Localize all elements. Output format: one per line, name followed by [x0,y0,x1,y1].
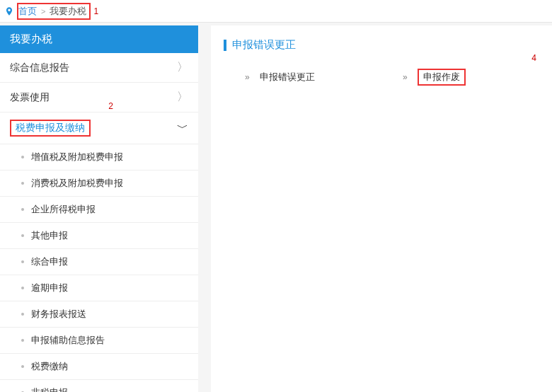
breadcrumb: 首页 > 我要办税 1 [0,0,552,23]
sub-item[interactable]: 税费缴纳 [0,354,198,380]
main-wrap: 我要办税 综合信息报告 〉 发票使用 〉 2 税费申报及缴纳 ﹀ 增值税及附加税… [0,23,552,392]
sub-item[interactable]: 非税申报 [0,380,198,392]
sidebar-item-fapiao[interactable]: 发票使用 〉 [0,83,198,113]
bullet-icon [21,313,24,316]
content-link-1[interactable]: » 申报错误更正 [224,69,381,86]
bullet-icon [21,182,24,185]
bullet-icon [21,365,24,368]
sub-item-label: 企业所得税申报 [31,203,96,216]
sub-item[interactable]: 综合申报 [0,249,198,275]
title-bar-icon [224,40,226,51]
sidebar-item-zonghe[interactable]: 综合信息报告 〉 [0,53,198,83]
chevron-right-icon: 〉 [177,60,188,75]
content-link-2[interactable]: 4 » 申报作废 [381,69,539,86]
sub-item-label: 逾期申报 [31,282,68,294]
location-icon [4,6,14,16]
raquo-icon: » [245,72,250,82]
sidebar-title: 我要办税 [0,25,198,53]
sidebar: 我要办税 综合信息报告 〉 发票使用 〉 2 税费申报及缴纳 ﹀ 增值税及附加税… [0,25,198,392]
bullet-icon [21,260,24,263]
breadcrumb-current: 我要办税 [50,5,86,18]
bullet-icon [21,287,24,289]
sub-item-label: 申报辅助信息报告 [31,334,105,347]
annotation-4: 4 [531,53,536,63]
sidebar-submenu: 增值税及附加税费申报 消费税及附加税费申报 企业所得税申报 其他申报 综合申报 … [0,144,198,392]
chevron-right-icon: 〉 [177,90,188,105]
section-title: 申报错误更正 [224,38,539,52]
annotation-1: 1 [93,6,98,16]
sub-item[interactable]: 申报辅助信息报告 [0,328,198,354]
chevron-down-icon: ﹀ [177,121,188,136]
raquo-icon: » [403,72,408,82]
sub-item-label: 税费缴纳 [31,360,68,373]
sub-item-label: 非税申报 [31,386,68,392]
content-link-label: 申报错误更正 [260,71,315,83]
sub-item-label: 其他申报 [31,229,68,242]
sub-item-label: 消费税及附加税费申报 [31,177,123,190]
sub-item[interactable]: 财务报表报送 [0,301,198,328]
sidebar-item-label: 发票使用 [10,91,50,104]
sub-item-label: 综合申报 [31,255,68,268]
bullet-icon [21,208,24,211]
sub-item-label: 增值税及附加税费申报 [31,151,123,163]
sidebar-item-shuifei[interactable]: 2 税费申报及缴纳 ﹀ [0,113,198,144]
bullet-icon [21,156,24,158]
page-root: 首页 > 我要办税 1 我要办税 综合信息报告 〉 发票使用 〉 2 税费申报及… [0,0,552,392]
sidebar-item-label: 综合信息报告 [10,62,69,74]
sub-item[interactable]: 消费税及附加税费申报 [0,171,198,197]
sub-item-label: 财务报表报送 [31,308,86,321]
sub-item[interactable]: 其他申报 [0,223,198,249]
breadcrumb-home-link[interactable]: 首页 [18,5,37,18]
annotation-2: 2 [108,101,113,111]
sub-item[interactable]: 企业所得税申报 [0,197,198,223]
link-row: » 申报错误更正 4 » 申报作废 [224,69,539,86]
section-title-text: 申报错误更正 [232,38,296,52]
sidebar-item-label: 税费申报及缴纳 [10,120,91,137]
sub-item[interactable]: 逾期申报 [0,275,198,301]
bullet-icon [21,234,24,237]
sub-item[interactable]: 增值税及附加税费申报 [0,144,198,171]
breadcrumb-separator: > [41,7,45,16]
content-panel: 申报错误更正 » 申报错误更正 4 » 申报作废 [211,25,552,392]
breadcrumb-highlight-box: 首页 > 我要办税 [17,3,91,20]
bullet-icon [21,339,24,342]
content-link-label: 申报作废 [418,69,466,86]
